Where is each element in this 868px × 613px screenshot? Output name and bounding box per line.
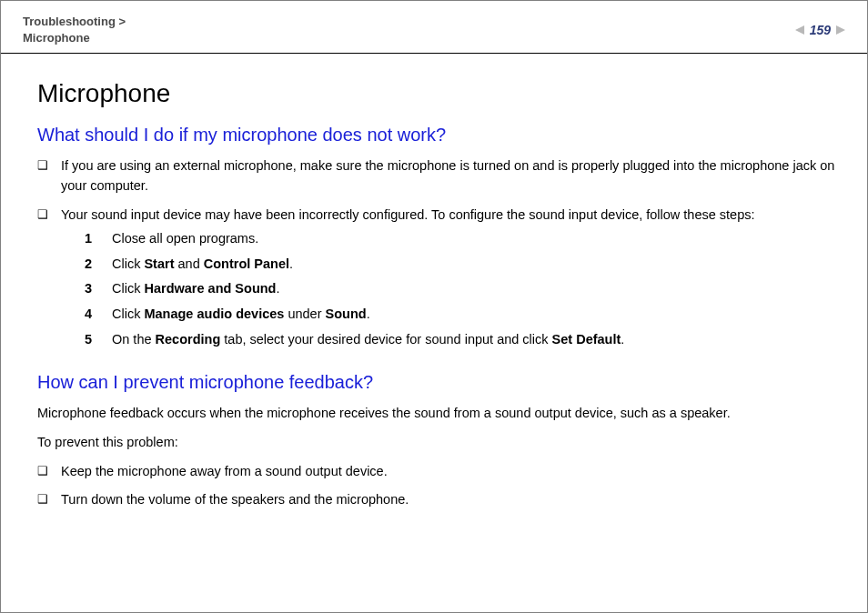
breadcrumb: Troubleshooting > Microphone [23, 14, 126, 45]
step-text: On the Recording tab, select your desire… [112, 327, 624, 353]
step-item: 5 On the Recording tab, select your desi… [85, 327, 840, 353]
list-item: ❑ Turn down the volume of the speakers a… [37, 490, 840, 510]
step-number: 2 [85, 252, 112, 277]
page-header: Troubleshooting > Microphone 159 [1, 1, 867, 54]
page-title: Microphone [37, 79, 840, 108]
step-item: 4 Click Manage audio devices under Sound… [85, 302, 840, 327]
list-item: ❑ Your sound input device may have been … [37, 206, 840, 352]
next-page-icon[interactable] [836, 25, 845, 35]
section-feedback: How can I prevent microphone feedback? M… [37, 372, 840, 510]
bullet-text: Turn down the volume of the speakers and… [61, 490, 409, 510]
page-number: 159 [808, 23, 833, 37]
section-not-working: What should I do if my microphone does n… [37, 125, 840, 352]
breadcrumb-category: Troubleshooting [23, 15, 116, 28]
prev-page-icon[interactable] [795, 25, 804, 35]
numbered-steps: 1 Close all open programs. 2 Click Start… [85, 226, 840, 352]
bullet-body: Your sound input device may have been in… [61, 206, 840, 352]
step-item: 3 Click Hardware and Sound. [85, 276, 840, 302]
list-item: ❑ Keep the microphone away from a sound … [37, 462, 840, 482]
bullet-icon: ❑ [37, 206, 61, 225]
breadcrumb-separator: > [116, 15, 126, 28]
step-item: 1 Close all open programs. [85, 226, 840, 252]
step-text: Click Hardware and Sound. [112, 276, 280, 302]
bullet-icon: ❑ [37, 462, 61, 481]
section-heading: How can I prevent microphone feedback? [37, 372, 840, 393]
bullet-text: Your sound input device may have been in… [61, 207, 755, 222]
breadcrumb-page: Microphone [23, 31, 90, 45]
step-number: 4 [85, 302, 112, 327]
step-item: 2 Click Start and Control Panel. [85, 252, 840, 277]
step-number: 5 [85, 327, 112, 353]
paragraph: Microphone feedback occurs when the micr… [37, 404, 840, 424]
bullet-icon: ❑ [37, 490, 61, 509]
list-item: ❑ If you are using an external microphon… [37, 156, 840, 196]
page-navigator: 159 [795, 23, 845, 37]
document-page: Troubleshooting > Microphone 159 Microph… [0, 0, 868, 613]
step-number: 3 [85, 276, 112, 302]
step-number: 1 [85, 226, 112, 252]
step-text: Click Start and Control Panel. [112, 252, 293, 277]
bullet-list: ❑ Keep the microphone away from a sound … [37, 462, 840, 511]
bullet-icon: ❑ [37, 156, 61, 176]
step-text: Close all open programs. [112, 226, 258, 252]
bullet-list: ❑ If you are using an external microphon… [37, 156, 840, 352]
page-content: Microphone What should I do if my microp… [1, 54, 867, 510]
bullet-text: If you are using an external microphone,… [61, 156, 840, 196]
bullet-text: Keep the microphone away from a sound ou… [61, 462, 388, 482]
step-text: Click Manage audio devices under Sound. [112, 302, 370, 327]
section-heading: What should I do if my microphone does n… [37, 125, 840, 146]
paragraph: To prevent this problem: [37, 433, 840, 453]
